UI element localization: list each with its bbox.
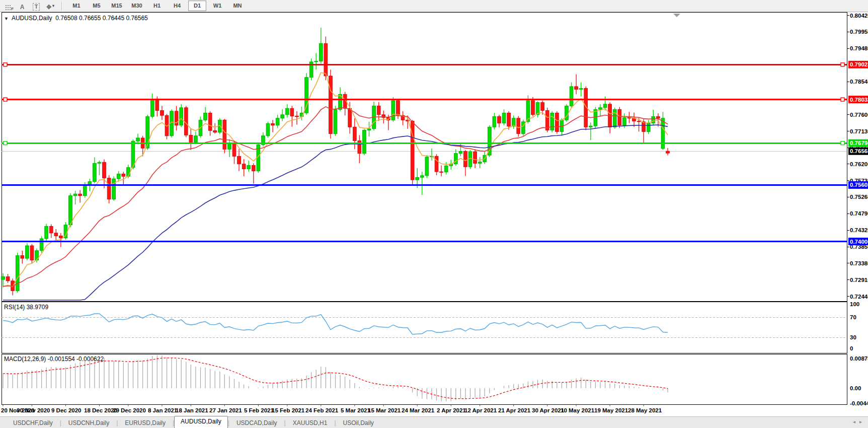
current-price-flag: 0.76565: [848, 148, 868, 155]
svg-text:28 May 2021: 28 May 2021: [628, 407, 662, 413]
svg-text:0.75603: 0.75603: [850, 182, 868, 188]
price-chart-svg[interactable]: 0.804200.799500.794800.785400.776000.771…: [0, 0, 868, 416]
svg-text:0.74790: 0.74790: [850, 210, 868, 217]
svg-text:-0.00445: -0.00445: [850, 400, 868, 406]
axis-price-flag: 0.76794: [848, 139, 868, 147]
tab-xauusd-h1[interactable]: XAUUSD,H1: [286, 418, 335, 427]
svg-text:12 Apr 2021: 12 Apr 2021: [464, 407, 497, 413]
tab-usdcad-daily[interactable]: USDCAD,Daily: [229, 418, 284, 427]
terminal-window: FAT✥▾ M1M5M15M30H1H4D1W1MN ▼AUDUSD,Daily…: [0, 0, 868, 428]
symbol-dropdown-icon[interactable]: ▼: [4, 16, 9, 21]
svg-text:18 Dec 2020: 18 Dec 2020: [84, 407, 117, 413]
svg-text:0.79950: 0.79950: [850, 29, 868, 35]
svg-text:18 Jan 2021: 18 Jan 2021: [176, 407, 208, 413]
tab-usdchf-daily[interactable]: USDCHF,Daily: [6, 418, 60, 427]
rsi-indicator-label: RSI(14) 38.9709: [4, 304, 48, 311]
svg-text:9 Dec 2020: 9 Dec 2020: [51, 407, 81, 413]
tab-usoil-daily[interactable]: USOil,Daily: [336, 418, 381, 427]
svg-text:30: 30: [850, 334, 856, 340]
svg-text:21 Apr 2021: 21 Apr 2021: [498, 407, 531, 413]
tab-eurusd-daily[interactable]: EURUSD,Daily: [118, 418, 173, 427]
svg-text:29 Dec 2020: 29 Dec 2020: [113, 407, 146, 413]
svg-text:0: 0: [850, 345, 853, 351]
axis-price-flag: 0.79023: [848, 61, 868, 68]
svg-text:0.75260: 0.75260: [850, 194, 868, 200]
tab-scroll-arrows[interactable]: ◂▸: [853, 419, 866, 424]
axis-price-flag: 0.75603: [848, 181, 868, 189]
svg-text:0.008782: 0.008782: [850, 355, 868, 362]
svg-text:0.76794: 0.76794: [850, 140, 868, 146]
svg-text:0.76565: 0.76565: [850, 148, 868, 154]
svg-text:0.77600: 0.77600: [850, 112, 868, 118]
svg-text:15 Mar 2021: 15 Mar 2021: [368, 407, 401, 413]
macd-panel[interactable]: 0.0087820.00-0.00445: [2, 354, 868, 406]
svg-text:5 Mar 2021: 5 Mar 2021: [341, 407, 370, 413]
svg-text:0.76200: 0.76200: [850, 161, 868, 167]
macd-indicator-label: MACD(12,26,9) -0.001554 -0.000622: [4, 355, 104, 363]
svg-text:0.72440: 0.72440: [850, 294, 868, 300]
svg-text:24 Mar 2021: 24 Mar 2021: [402, 407, 435, 413]
price-axis[interactable]: 0.804200.799500.794800.785400.776000.771…: [847, 13, 868, 300]
axis-price-flag: 0.78032: [848, 96, 868, 103]
svg-text:0.79023: 0.79023: [850, 61, 868, 67]
svg-text:5 Feb 2021: 5 Feb 2021: [244, 407, 274, 413]
svg-text:30 Nov 2020: 30 Nov 2020: [17, 407, 50, 413]
svg-text:30 Apr 2021: 30 Apr 2021: [532, 407, 565, 413]
svg-text:70: 70: [850, 314, 856, 320]
svg-text:0.73380: 0.73380: [850, 260, 868, 266]
svg-text:2 Apr 2021: 2 Apr 2021: [437, 407, 466, 413]
svg-text:0.00: 0.00: [850, 385, 861, 391]
svg-text:24 Feb 2021: 24 Feb 2021: [305, 407, 339, 413]
chart-title: ▼AUDUSD,Daily 0.76508 0.76655 0.76445 0.…: [4, 15, 148, 22]
symbol-tab-bar: USDCHF,Daily|USDCNH,Daily|EURUSD,Daily|A…: [0, 416, 868, 428]
svg-text:0.78540: 0.78540: [850, 79, 868, 85]
axis-price-flag: 0.74000: [848, 238, 868, 245]
svg-text:0.77130: 0.77130: [850, 128, 868, 134]
svg-text:10 May 2021: 10 May 2021: [561, 407, 595, 413]
date-axis[interactable]: 20 Nov 202030 Nov 20209 Dec 202018 Dec 2…: [1, 405, 662, 413]
svg-text:0.72910: 0.72910: [850, 277, 868, 283]
svg-text:0.79480: 0.79480: [850, 45, 868, 51]
tab-usdcnh-daily[interactable]: USDCNH,Daily: [61, 418, 116, 427]
svg-text:19 May 2021: 19 May 2021: [594, 407, 628, 413]
svg-text:0.80420: 0.80420: [850, 13, 868, 19]
price-panel[interactable]: [2, 12, 847, 301]
svg-text:100: 100: [850, 301, 859, 307]
svg-text:0.74000: 0.74000: [850, 239, 868, 245]
rsi-panel[interactable]: 10070300: [2, 301, 859, 353]
symbol-timeframe-label: AUDUSD,Daily: [12, 15, 52, 22]
svg-text:27 Jan 2021: 27 Jan 2021: [209, 407, 242, 413]
ohlc-readout: 0.76508 0.76655 0.76445 0.76565: [55, 15, 148, 22]
svg-text:0.74320: 0.74320: [850, 227, 868, 233]
svg-text:15 Feb 2021: 15 Feb 2021: [272, 407, 305, 413]
tab-audusd-daily[interactable]: AUDUSD,Daily: [174, 416, 228, 428]
svg-text:0.78032: 0.78032: [850, 97, 868, 103]
svg-text:8 Jan 2021: 8 Jan 2021: [148, 407, 178, 413]
